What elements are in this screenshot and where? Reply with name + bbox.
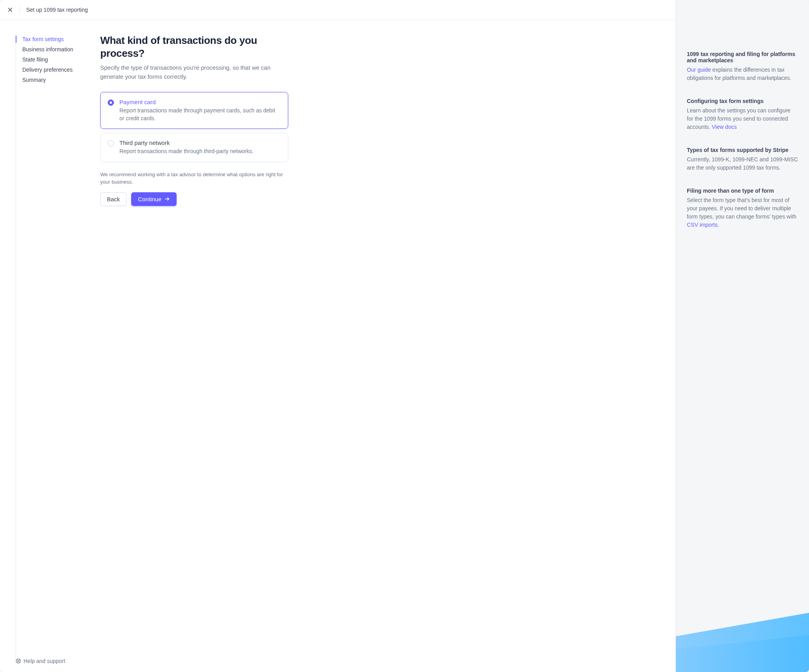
option-payment-card[interactable]: Payment card Report transactions made th… (100, 92, 288, 129)
info-body: Select the form type that's best for mos… (687, 196, 798, 229)
option-desc: Report transactions made through third-p… (119, 148, 253, 155)
view-docs-link[interactable]: View docs (712, 124, 737, 130)
info-text: . (718, 222, 719, 228)
info-body: Our guide explains the differences in ta… (687, 66, 798, 82)
info-block-types: Types of tax forms supported by Stripe C… (687, 147, 798, 172)
our-guide-link[interactable]: Our guide (687, 67, 711, 73)
help-label: Help and support (23, 658, 65, 664)
option-title: Third party network (119, 139, 253, 146)
sidebar-item-state-filing[interactable]: State filing (22, 54, 86, 65)
back-button[interactable]: Back (100, 192, 126, 206)
left-pane: Set up 1099 tax reporting Tax form setti… (0, 0, 676, 672)
header: Set up 1099 tax reporting (0, 0, 675, 20)
main-heading: What kind of transactions do you process… (100, 34, 288, 60)
svg-point-1 (18, 660, 19, 662)
info-text: Select the form type that's best for mos… (687, 197, 796, 220)
info-title: Filing more than one type of form (687, 188, 798, 194)
continue-button-label: Continue (138, 196, 161, 202)
info-body: Currently, 1099-K, 1099-NEC and 1099-MIS… (687, 155, 798, 172)
continue-button[interactable]: Continue (131, 192, 177, 206)
info-text: Learn about the settings you can configu… (687, 107, 791, 130)
setup-steps-sidebar: Tax form settings Business information S… (16, 34, 86, 664)
button-row: Back Continue (100, 192, 288, 206)
info-title: Configuring tax form settings (687, 98, 798, 104)
option-desc: Report transactions made through payment… (119, 107, 281, 122)
body: Tax form settings Business information S… (0, 20, 675, 672)
sidebar-item-tax-form-settings[interactable]: Tax form settings (22, 34, 86, 44)
app-window: Set up 1099 tax reporting Tax form setti… (0, 0, 809, 672)
help-and-support-link[interactable]: Help and support (16, 658, 65, 664)
lifebuoy-icon (16, 658, 21, 664)
info-title: 1099 tax reporting and filing for platfo… (687, 51, 798, 63)
decorative-shape (676, 611, 809, 672)
radio-unselected-icon (108, 140, 114, 146)
option-third-party-network[interactable]: Third party network Report transactions … (100, 133, 288, 162)
info-block-reporting: 1099 tax reporting and filing for platfo… (687, 51, 798, 82)
info-sidebar: 1099 tax reporting and filing for platfo… (676, 0, 809, 672)
radio-selected-icon (108, 99, 114, 106)
arrow-right-icon (164, 196, 170, 202)
sidebar-item-summary[interactable]: Summary (22, 75, 86, 85)
info-block-filing-multiple: Filing more than one type of form Select… (687, 188, 798, 229)
sidebar-item-delivery-preferences[interactable]: Delivery preferences (22, 65, 86, 75)
option-title: Payment card (119, 99, 281, 105)
advisor-recommendation: We recommend working with a tax advisor … (100, 171, 288, 186)
csv-imports-link[interactable]: CSV imports (687, 222, 718, 228)
page-title-header: Set up 1099 tax reporting (26, 7, 88, 13)
header-divider (20, 5, 20, 14)
main-content: What kind of transactions do you process… (100, 34, 288, 664)
info-title: Types of tax forms supported by Stripe (687, 147, 798, 153)
info-body: Learn about the settings you can configu… (687, 107, 798, 131)
main-subtitle: Specify the type of transactions you're … (100, 63, 288, 81)
info-block-configuring: Configuring tax form settings Learn abou… (687, 98, 798, 131)
sidebar-item-business-information[interactable]: Business information (22, 44, 86, 54)
back-button-label: Back (107, 196, 120, 202)
close-icon[interactable] (7, 7, 13, 13)
